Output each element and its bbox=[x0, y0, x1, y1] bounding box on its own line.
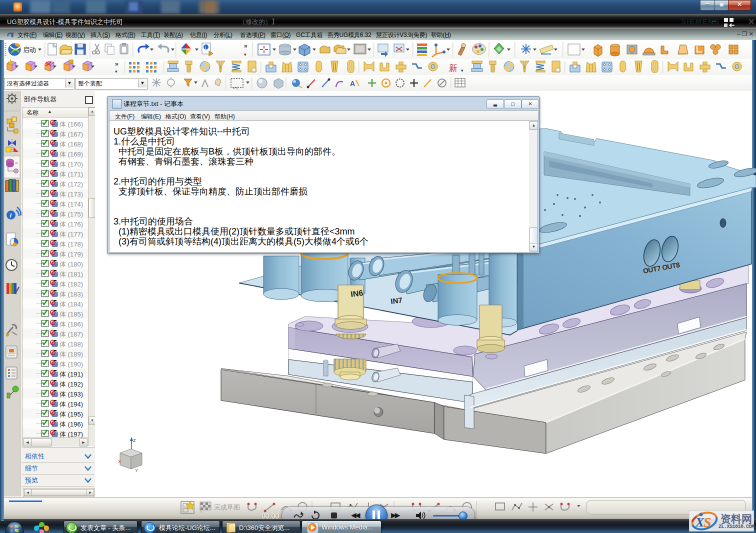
svg-text:IN6: IN6 bbox=[350, 288, 364, 298]
svg-text:▾: ▾ bbox=[244, 52, 246, 57]
svg-text:Z: Z bbox=[133, 438, 136, 443]
svg-text:完成草图: 完成草图 bbox=[214, 504, 240, 511]
svg-text:i: i bbox=[205, 45, 206, 50]
svg-text:A: A bbox=[350, 80, 355, 88]
svg-text:i: i bbox=[10, 212, 12, 219]
svg-text:IN7: IN7 bbox=[390, 296, 402, 306]
svg-text:X: X bbox=[118, 459, 121, 464]
svg-text:启动: 启动 bbox=[23, 46, 36, 54]
svg-text:▾: ▾ bbox=[115, 69, 118, 74]
svg-text:S: S bbox=[704, 514, 712, 530]
svg-text:»: » bbox=[115, 60, 118, 68]
svg-text:»: » bbox=[244, 42, 248, 50]
svg-text:新: 新 bbox=[449, 64, 458, 73]
svg-text:Y: Y bbox=[135, 468, 138, 473]
svg-text:▾: ▾ bbox=[461, 68, 464, 73]
